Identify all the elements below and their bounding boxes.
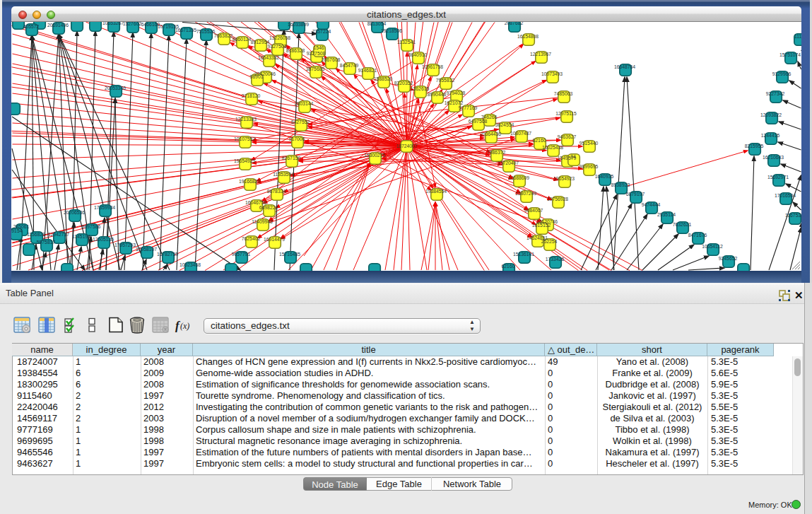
svg-text:1167533: 1167533 [785, 213, 801, 218]
svg-text:10025438: 10025438 [542, 145, 563, 150]
svg-text:19166829: 19166829 [239, 179, 260, 184]
svg-text:9657791: 9657791 [232, 252, 251, 257]
svg-text:10923468: 10923468 [180, 262, 201, 267]
svg-text:11409948: 11409948 [252, 219, 273, 224]
svg-text:11353594: 11353594 [273, 172, 294, 177]
svg-text:1621072: 1621072 [445, 100, 464, 105]
svg-text:8678334: 8678334 [267, 189, 286, 194]
svg-text:9777169: 9777169 [459, 105, 478, 110]
svg-text:9474444: 9474444 [642, 202, 661, 207]
svg-text:9997586: 9997586 [82, 224, 101, 229]
svg-text:1527602: 1527602 [123, 22, 142, 26]
svg-text:19384554: 19384554 [425, 189, 447, 194]
svg-text:10654112: 10654112 [702, 244, 723, 249]
svg-text:17957253: 17957253 [114, 243, 136, 247]
svg-text:9794028: 9794028 [447, 90, 466, 95]
svg-text:16210643: 16210643 [763, 155, 784, 160]
svg-text:2718120: 2718120 [242, 93, 261, 98]
svg-text:17016504: 17016504 [775, 193, 796, 198]
svg-text:10107552: 10107552 [234, 136, 255, 141]
svg-text:405572: 405572 [23, 24, 40, 29]
svg-text:16648764: 16648764 [614, 64, 635, 69]
svg-text:16543382: 16543382 [258, 55, 279, 60]
svg-text:917006: 917006 [289, 136, 305, 141]
svg-text:12942737: 12942737 [48, 232, 69, 237]
svg-text:3875685: 3875685 [306, 66, 325, 71]
svg-text:8660124: 8660124 [233, 37, 252, 42]
svg-text:7485063: 7485063 [554, 91, 573, 96]
svg-text:8912954: 8912954 [251, 40, 270, 45]
svg-text:12093822: 12093822 [760, 112, 782, 117]
svg-text:98901: 98901 [250, 74, 264, 79]
svg-text:10653267: 10653267 [102, 22, 124, 25]
svg-text:1112: 1112 [794, 34, 801, 39]
svg-text:13226058: 13226058 [269, 35, 290, 40]
svg-text:84: 84 [570, 154, 576, 159]
svg-text:15807249: 15807249 [515, 191, 536, 196]
svg-text:9515440: 9515440 [579, 141, 599, 146]
svg-text:10688609: 10688609 [508, 175, 529, 180]
svg-text:3624554: 3624554 [495, 122, 514, 127]
svg-text:9327508: 9327508 [307, 51, 326, 56]
svg-text:12505135: 12505135 [93, 237, 114, 242]
svg-text:20691406: 20691406 [47, 23, 69, 28]
svg-text:19654923: 19654923 [553, 176, 575, 181]
svg-text:1546: 1546 [313, 45, 324, 50]
svg-text:8938923: 8938923 [611, 182, 630, 187]
svg-text:9245652: 9245652 [719, 256, 738, 261]
svg-text:1640935: 1640935 [595, 174, 614, 179]
svg-text:5975817: 5975817 [37, 240, 56, 245]
svg-text:10807487: 10807487 [510, 131, 531, 136]
svg-text:2087682: 2087682 [505, 22, 524, 25]
svg-text:10973493: 10973493 [541, 71, 563, 76]
svg-text:16671355: 16671355 [175, 28, 196, 33]
svg-text:15720407: 15720407 [498, 160, 519, 165]
svg-text:16154808: 16154808 [517, 34, 539, 39]
svg-text:19654925: 19654925 [234, 158, 255, 163]
svg-text:19218506: 19218506 [381, 28, 402, 33]
svg-text:20364436: 20364436 [480, 132, 501, 136]
svg-text:16914479: 16914479 [264, 237, 285, 242]
svg-text:39154: 39154 [11, 228, 23, 233]
svg-text:10958107: 10958107 [136, 247, 157, 252]
svg-text:2867608: 2867608 [322, 57, 341, 62]
svg-text:10961758: 10961758 [422, 64, 443, 69]
svg-text:9227342: 9227342 [766, 91, 785, 96]
svg-text:2935114: 2935114 [657, 212, 676, 217]
svg-text:12213383: 12213383 [235, 117, 257, 122]
svg-text:1588520: 1588520 [374, 76, 393, 81]
svg-text:19756928: 19756928 [547, 197, 568, 201]
svg-text:9463627: 9463627 [558, 134, 577, 139]
svg-text:1244415: 1244415 [761, 133, 780, 138]
svg-text:7955812: 7955812 [436, 78, 455, 83]
svg-text:15692971: 15692971 [767, 175, 789, 180]
svg-text:15300275: 15300275 [364, 153, 385, 158]
svg-text:9899695: 9899695 [579, 164, 599, 169]
svg-text:252254: 252254 [541, 239, 558, 244]
svg-text:17359934: 17359934 [94, 205, 115, 210]
svg-text:15136141: 15136141 [513, 252, 534, 257]
svg-text:62160: 62160 [502, 264, 515, 269]
svg-text:(x): (x) [180, 321, 189, 331]
svg-text:7625402: 7625402 [242, 236, 261, 241]
svg-text:1733426: 1733426 [546, 257, 565, 262]
svg-text:8186328: 8186328 [286, 48, 305, 53]
svg-text:16033809: 16033809 [288, 22, 309, 27]
svg-text:9084067: 9084067 [524, 208, 543, 213]
svg-text:8220352: 8220352 [394, 81, 413, 86]
svg-text:6498222: 6498222 [259, 205, 278, 210]
svg-text:1132541: 1132541 [397, 40, 416, 45]
svg-text:1145194: 1145194 [72, 234, 90, 239]
svg-text:20206536: 20206536 [64, 210, 85, 215]
svg-text:7663822: 7663822 [214, 33, 233, 38]
svg-text:15716485: 15716485 [279, 252, 300, 257]
svg-text:8990448: 8990448 [428, 92, 447, 97]
svg-text:16782759: 16782759 [157, 252, 178, 257]
svg-text:9146821: 9146821 [358, 68, 377, 73]
svg-text:1615152: 1615152 [532, 223, 551, 228]
svg-text:18724007: 18724007 [396, 144, 417, 148]
svg-text:8427552: 8427552 [291, 119, 310, 124]
svg-text:8813054: 8813054 [367, 22, 387, 26]
svg-text:8640910: 8640910 [408, 52, 428, 57]
svg-text:2803144: 2803144 [295, 101, 314, 106]
